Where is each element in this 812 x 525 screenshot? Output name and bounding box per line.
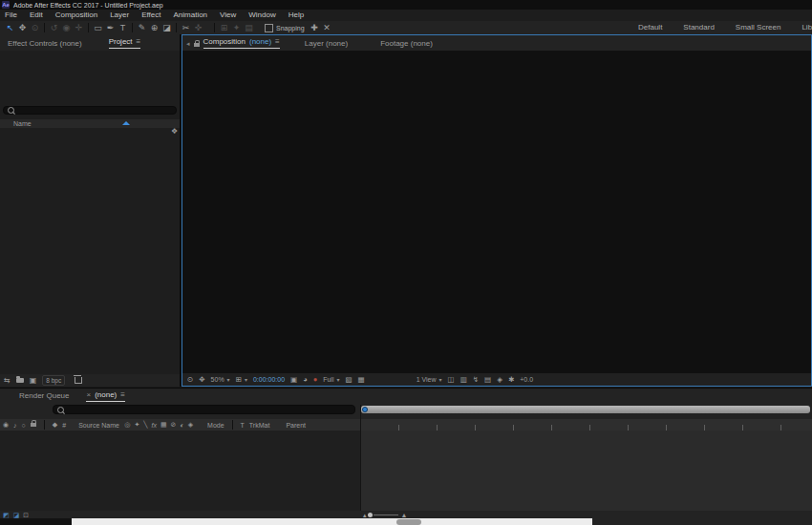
delete-icon[interactable]: [75, 377, 82, 384]
menu-file[interactable]: File: [5, 11, 17, 19]
audio-icon[interactable]: ♪: [13, 422, 17, 429]
tab-composition[interactable]: Composition (none) ≡: [203, 38, 280, 49]
snapshot-icon[interactable]: ▣: [290, 376, 297, 384]
menu-effect[interactable]: Effect: [141, 11, 160, 19]
hand-icon[interactable]: ✥: [199, 376, 204, 384]
timeline-divider[interactable]: [360, 405, 361, 517]
extra-tool-icon[interactable]: ✦: [230, 22, 243, 33]
adjustment-layer-icon[interactable]: ◐: [180, 422, 183, 429]
snap-beyond-edges-icon[interactable]: ✚: [309, 22, 321, 33]
workspace-standard[interactable]: Standard: [683, 24, 714, 32]
collapse-transformations-icon[interactable]: ✦: [134, 421, 139, 429]
timeline-search-box[interactable]: [53, 405, 355, 414]
zoom-slider-handle[interactable]: [368, 513, 373, 517]
sort-arrow-icon[interactable]: [122, 121, 130, 125]
composition-viewer[interactable]: [182, 51, 811, 373]
tab-footage[interactable]: Footage (none): [380, 40, 433, 48]
grid-guides-icon[interactable]: ⊞: [236, 376, 242, 384]
shape-tool-icon[interactable]: ▭: [92, 22, 104, 33]
hand-tool-icon[interactable]: ✥: [16, 22, 29, 33]
panel-menu-icon[interactable]: ≡: [137, 38, 141, 46]
new-folder-icon[interactable]: [16, 378, 24, 383]
pixel-aspect-icon[interactable]: ▥: [460, 376, 467, 384]
roto-brush-tool-icon[interactable]: ✂: [180, 22, 192, 33]
fast-previews-icon[interactable]: ↯: [473, 376, 479, 384]
3d-layer-icon[interactable]: ◈: [188, 421, 193, 429]
view-options-icon[interactable]: ◫: [448, 376, 455, 384]
zoom-in-icon[interactable]: ▲: [401, 512, 408, 518]
timeline-button-icon[interactable]: ▤: [484, 376, 491, 384]
workspace-small-screen[interactable]: Small Screen: [736, 24, 781, 32]
pan-behind-tool-icon[interactable]: ✛: [73, 22, 85, 33]
zoom-tool-icon[interactable]: ⊙: [29, 22, 41, 33]
column-parent[interactable]: Parent: [286, 422, 306, 429]
zoom-slider-track[interactable]: [374, 514, 398, 515]
tab-render-queue[interactable]: Render Queue: [19, 392, 69, 400]
column-t[interactable]: T: [241, 422, 245, 429]
flowchart-icon[interactable]: ❖: [171, 128, 178, 136]
layer-list-area[interactable]: [0, 430, 361, 511]
column-index[interactable]: #: [62, 422, 66, 429]
close-icon[interactable]: ×: [86, 391, 91, 399]
workspace-libraries[interactable]: Libraries: [801, 24, 812, 32]
tab-timeline-none[interactable]: × (none) ≡: [86, 391, 124, 402]
snap-internal-features-icon[interactable]: ✕: [321, 22, 333, 33]
snapping-checkbox[interactable]: [265, 24, 273, 32]
menu-layer[interactable]: Layer: [110, 11, 129, 19]
scrollbar-thumb[interactable]: [396, 519, 421, 525]
lock-icon[interactable]: [31, 423, 36, 427]
tab-layer[interactable]: Layer (none): [305, 40, 348, 48]
rotation-tool-icon[interactable]: ↺: [48, 22, 60, 33]
timeline-track-area[interactable]: [361, 430, 812, 511]
quality-icon[interactable]: ╲: [143, 421, 147, 429]
project-name-column-header[interactable]: Name: [0, 119, 180, 128]
region-of-interest-icon[interactable]: ▧: [345, 376, 352, 384]
horizontal-scrollbar[interactable]: [72, 518, 592, 525]
project-search-input[interactable]: [17, 106, 172, 115]
show-channel-icon[interactable]: ◕: [303, 376, 308, 384]
motion-blur-icon[interactable]: ⊘: [171, 421, 177, 429]
time-navigator-bar[interactable]: [361, 406, 810, 413]
menu-window[interactable]: Window: [248, 11, 275, 19]
column-trkmat[interactable]: TrkMat: [249, 422, 270, 429]
magnify-icon[interactable]: ⊙: [187, 376, 193, 384]
puppet-pin-tool-icon[interactable]: ✜: [192, 22, 204, 33]
brush-tool-icon[interactable]: ✎: [136, 22, 148, 33]
eraser-tool-icon[interactable]: ◪: [160, 22, 173, 33]
zoom-out-icon[interactable]: ▴: [363, 512, 367, 518]
current-time[interactable]: 0:00:00:00: [253, 376, 285, 383]
tab-effect-controls[interactable]: Effect Controls (none): [8, 40, 82, 48]
time-navigator-start-handle[interactable]: [362, 407, 368, 412]
resolution-select[interactable]: Full: [323, 376, 333, 383]
panel-menu-icon[interactable]: ≡: [120, 391, 125, 399]
menu-animation[interactable]: Animation: [173, 11, 207, 19]
label-icon[interactable]: ◆: [53, 421, 57, 429]
tab-overflow-icon[interactable]: ◂: [186, 40, 190, 47]
extra-tool-icon[interactable]: ▤: [243, 22, 255, 33]
column-mode[interactable]: Mode: [207, 422, 224, 429]
clone-stamp-tool-icon[interactable]: ⊕: [148, 22, 160, 33]
column-source-name[interactable]: Source Name: [78, 422, 119, 429]
workspace-default[interactable]: Default: [638, 24, 662, 32]
video-eye-icon[interactable]: ◉: [3, 421, 9, 429]
reset-exposure-icon[interactable]: ✱: [508, 376, 514, 384]
camera-tool-icon[interactable]: ◉: [60, 22, 73, 33]
fx-icon[interactable]: fx: [151, 422, 156, 429]
exposure-value[interactable]: +0.0: [520, 376, 533, 383]
red-channel-icon[interactable]: ●: [313, 376, 318, 384]
project-bit-depth[interactable]: 8 bpc: [42, 375, 65, 386]
tab-project[interactable]: Project ≡: [109, 38, 141, 49]
new-composition-icon[interactable]: ▣: [30, 377, 37, 385]
view-layout-select[interactable]: 1 View: [417, 376, 437, 383]
interpret-footage-icon[interactable]: ⇆: [4, 377, 11, 385]
magnification-ratio[interactable]: 50%: [211, 376, 224, 383]
shy-icon[interactable]: ◎: [124, 421, 130, 429]
selection-tool-icon[interactable]: ↖: [4, 22, 16, 33]
transparency-grid-icon[interactable]: ▦: [358, 376, 365, 384]
comp-flowchart-icon[interactable]: ◈: [497, 376, 502, 384]
solo-icon[interactable]: ○: [22, 422, 26, 429]
pen-tool-icon[interactable]: ✒: [104, 22, 117, 33]
menu-edit[interactable]: Edit: [30, 11, 43, 19]
menu-view[interactable]: View: [220, 11, 236, 19]
extra-tool-icon[interactable]: ⊞: [218, 22, 230, 33]
